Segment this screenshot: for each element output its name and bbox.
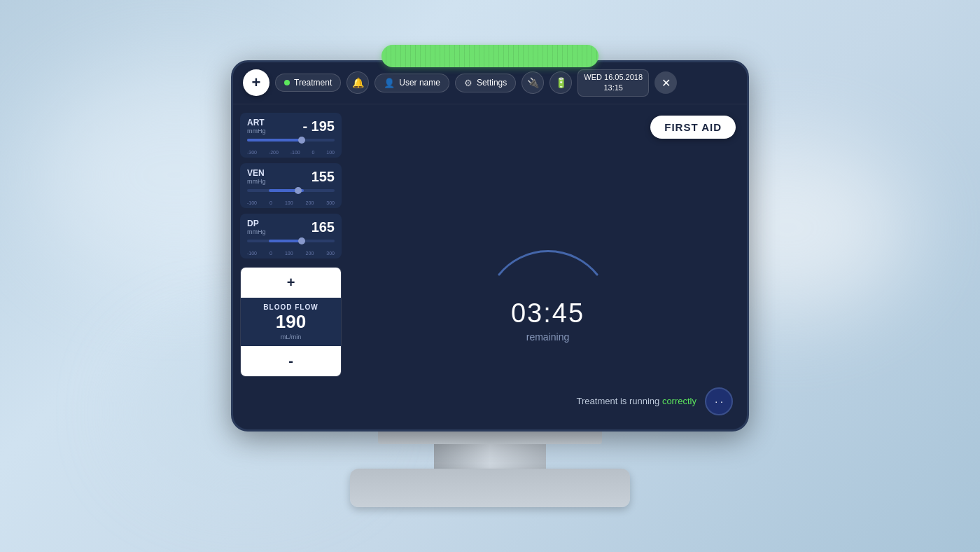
- charger-button: 🔌: [522, 71, 544, 94]
- close-button[interactable]: ✕: [654, 71, 677, 94]
- close-icon: ✕: [662, 76, 671, 90]
- art-value: - 195: [302, 118, 335, 134]
- blood-flow-value: 190: [248, 311, 334, 333]
- art-slider[interactable]: [247, 139, 335, 149]
- status-bar: Treatment is running correctly · ·: [577, 387, 733, 415]
- blood-flow-increase-button[interactable]: +: [241, 268, 341, 298]
- timer-remaining-label: remaining: [511, 331, 584, 343]
- dp-thumb: [298, 237, 305, 244]
- ven-label: VEN: [247, 169, 266, 178]
- stand-base: [350, 469, 630, 507]
- battery-button: 🔋: [550, 71, 572, 94]
- blood-flow-content: BLOOD FLOW 190 mL/min: [241, 298, 341, 345]
- ven-header: VEN mmHg 155: [247, 169, 335, 185]
- first-aid-button[interactable]: FIRST AID: [650, 116, 736, 139]
- blood-flow-decrease-button[interactable]: -: [241, 346, 341, 376]
- signal-bar: [382, 45, 598, 67]
- user-icon: 👤: [384, 78, 395, 88]
- ven-thumb: [295, 187, 302, 194]
- art-card: ART mmHg - 195 -300 -200: [240, 113, 342, 158]
- art-unit: mmHg: [247, 127, 266, 134]
- ven-value: 155: [312, 169, 335, 185]
- settings-button[interactable]: ⚙ Settings: [455, 74, 516, 92]
- device-wrapper: + Treatment 🔔 👤 User name ⚙ Settings 🔌 🔋: [231, 45, 749, 507]
- blood-flow-card: + BLOOD FLOW 190 mL/min -: [240, 267, 342, 376]
- timer-display: 03:45 remaining: [511, 298, 584, 343]
- left-panel: ART mmHg - 195 -300 -200: [233, 104, 349, 429]
- treatment-tab[interactable]: Treatment: [275, 74, 341, 92]
- ven-card: VEN mmHg 155 -100 0 100: [240, 163, 342, 208]
- timer-time: 03:45: [511, 298, 584, 329]
- dp-slider[interactable]: [247, 240, 335, 249]
- art-fill: [247, 139, 302, 142]
- user-label: User name: [399, 78, 440, 88]
- stand-top: [378, 430, 602, 444]
- monitor-screen: + Treatment 🔔 👤 User name ⚙ Settings 🔌 🔋: [231, 60, 749, 432]
- ven-scale: -100 0 100 200 300: [247, 200, 335, 205]
- art-track: [247, 139, 335, 142]
- status-face-icon: · ·: [705, 387, 733, 415]
- treatment-status-dot: [284, 80, 290, 85]
- dp-unit: mmHg: [247, 228, 266, 235]
- arc-container: [478, 191, 618, 291]
- main-content: ART mmHg - 195 -300 -200: [233, 104, 747, 429]
- stand-pole: [434, 444, 546, 469]
- dp-scale: -100 0 100 200 300: [247, 251, 335, 256]
- treatment-label: Treatment: [294, 78, 332, 88]
- arc-path: [499, 251, 597, 275]
- ven-slider[interactable]: [247, 189, 335, 199]
- face-dots: · ·: [715, 396, 723, 407]
- user-button[interactable]: 👤 User name: [374, 74, 449, 92]
- blood-flow-unit: mL/min: [248, 333, 334, 340]
- status-highlight: correctly: [662, 396, 696, 406]
- dp-track: [247, 240, 335, 242]
- status-text: Treatment is running correctly: [577, 396, 696, 406]
- right-panel: FIRST AID 03:45 remaining Treatment is r…: [349, 104, 747, 429]
- art-thumb: [298, 137, 305, 144]
- blood-flow-title: BLOOD FLOW: [248, 303, 334, 311]
- date-display: WED 16.05.2018: [584, 72, 643, 83]
- time-display: 13:15: [584, 83, 643, 93]
- datetime-display: WED 16.05.2018 13:15: [578, 69, 649, 97]
- battery-icon: 🔋: [555, 77, 567, 88]
- art-label: ART: [247, 118, 266, 127]
- settings-icon: ⚙: [464, 78, 472, 88]
- art-scale: -300 -200 -100 0 100: [247, 150, 335, 155]
- bell-button[interactable]: 🔔: [346, 71, 369, 94]
- status-prefix: Treatment is running: [577, 396, 662, 406]
- ven-track: [247, 189, 335, 192]
- dp-card: DP mmHg 165 -100 0 100: [240, 214, 342, 258]
- dp-value: 165: [312, 219, 335, 235]
- charger-icon: 🔌: [527, 77, 539, 88]
- bell-icon: 🔔: [352, 77, 364, 88]
- settings-label: Settings: [477, 78, 507, 88]
- arc-svg: [478, 191, 618, 289]
- dp-label: DP: [247, 219, 266, 228]
- ven-unit: mmHg: [247, 178, 266, 185]
- dp-header: DP mmHg 165: [247, 219, 335, 235]
- add-button[interactable]: +: [243, 69, 270, 96]
- art-header: ART mmHg - 195: [247, 118, 335, 134]
- header-bar: + Treatment 🔔 👤 User name ⚙ Settings 🔌 🔋: [233, 62, 747, 104]
